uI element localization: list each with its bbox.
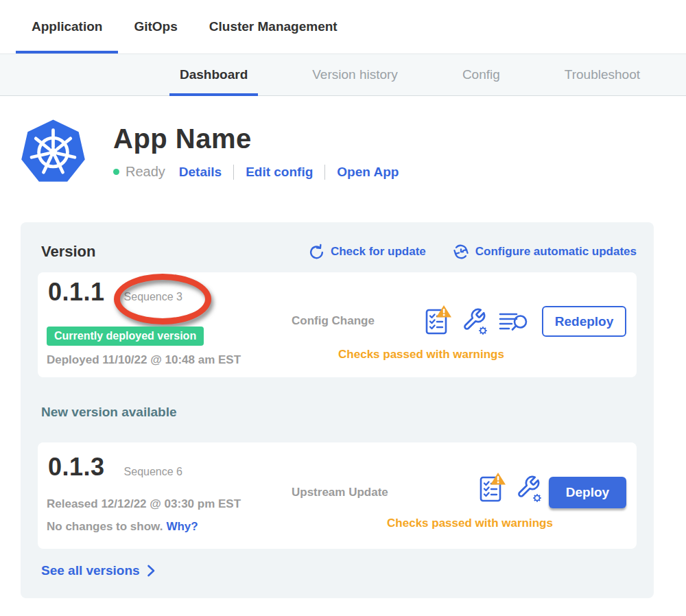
see-all-versions-link[interactable]: See all versions	[41, 563, 637, 578]
why-link[interactable]: Why?	[166, 520, 198, 533]
view-diff-icon[interactable]	[498, 305, 528, 339]
preflight-checks-status[interactable]: Checks passed with warnings	[345, 517, 595, 530]
check-for-update-button[interactable]: Check for update	[308, 244, 426, 261]
divider	[233, 165, 234, 180]
app-status-row: Ready Details Edit config Open App	[113, 164, 399, 180]
page-title: App Name	[113, 123, 399, 154]
configure-automatic-updates-label: Configure automatic updates	[475, 245, 637, 259]
tab-dashboard-label: Dashboard	[180, 67, 248, 82]
preflight-checks-warning-icon[interactable]	[424, 305, 453, 339]
divider	[324, 165, 325, 180]
config-wrench-gear-icon[interactable]	[514, 472, 545, 506]
tab-version-history[interactable]: Version history	[302, 54, 408, 95]
tab-troubleshoot-label: Troubleshoot	[565, 67, 640, 82]
status-badge: Ready	[126, 164, 165, 180]
chevron-right-icon	[147, 565, 155, 577]
version-source-label: Config Change	[292, 314, 375, 328]
released-timestamp: Released 12/12/22 @ 03:30 pm EST	[47, 497, 241, 511]
status-dot-icon	[113, 169, 119, 175]
currently-deployed-badge: Currently deployed version	[47, 327, 204, 346]
tab-cluster-management-label: Cluster Management	[209, 19, 338, 34]
tab-gitops-label: GitOps	[134, 19, 177, 34]
tab-config-label: Config	[462, 67, 500, 82]
version-section-header: Version Check for update	[38, 243, 637, 261]
current-version-number: 0.1.1	[48, 278, 105, 307]
preflight-checks-warning-icon[interactable]	[478, 472, 507, 506]
available-version-number: 0.1.3	[48, 453, 105, 482]
new-version-available-heading: New version available	[41, 405, 637, 420]
tab-gitops[interactable]: GitOps	[118, 0, 193, 54]
tab-cluster-management[interactable]: Cluster Management	[193, 0, 353, 54]
primary-nav: Application GitOps Cluster Management	[0, 0, 686, 54]
tab-troubleshoot[interactable]: Troubleshoot	[554, 54, 650, 95]
edit-config-link[interactable]: Edit config	[246, 165, 313, 180]
tab-dashboard[interactable]: Dashboard	[169, 54, 258, 95]
admin-console-page: Application GitOps Cluster Management Da…	[0, 0, 686, 616]
see-all-versions-label: See all versions	[41, 563, 140, 578]
check-for-update-label: Check for update	[331, 245, 426, 259]
current-version-sequence: Sequence 3	[124, 291, 182, 303]
app-header: App Name Ready Details Edit config Open …	[21, 118, 686, 189]
version-source-label: Upstream Update	[292, 486, 388, 499]
available-version-sequence: Sequence 6	[124, 466, 182, 478]
kubernetes-logo-icon	[21, 118, 86, 189]
deploy-button[interactable]: Deploy	[549, 477, 626, 508]
preflight-checks-status[interactable]: Checks passed with warnings	[296, 348, 546, 362]
available-version-card: 0.1.3 Sequence 6 Released 12/12/22 @ 03:…	[38, 442, 637, 549]
deployed-timestamp: Deployed 11/10/22 @ 10:48 am EST	[47, 353, 241, 367]
current-version-card: 0.1.1 Sequence 3 Currently deployed vers…	[38, 272, 637, 377]
configure-automatic-updates-button[interactable]: Configure automatic updates	[452, 243, 637, 261]
redeploy-button[interactable]: Redeploy	[542, 306, 626, 337]
tab-version-history-label: Version history	[312, 67, 398, 82]
config-wrench-gear-icon[interactable]	[460, 305, 490, 339]
secondary-nav: Dashboard Version history Config Trouble…	[0, 54, 686, 96]
details-link[interactable]: Details	[179, 165, 222, 180]
tab-application-label: Application	[32, 19, 102, 34]
open-app-link[interactable]: Open App	[337, 165, 399, 180]
no-changes-label: No changes to show.	[47, 520, 163, 533]
version-heading: Version	[41, 243, 95, 261]
tab-config[interactable]: Config	[452, 54, 510, 95]
auto-update-clock-icon	[452, 243, 470, 261]
tab-application[interactable]: Application	[16, 0, 118, 54]
no-changes-text: No changes to show.Why?	[47, 520, 198, 534]
refresh-icon	[308, 244, 325, 261]
version-section: Version Check for update	[21, 222, 654, 598]
